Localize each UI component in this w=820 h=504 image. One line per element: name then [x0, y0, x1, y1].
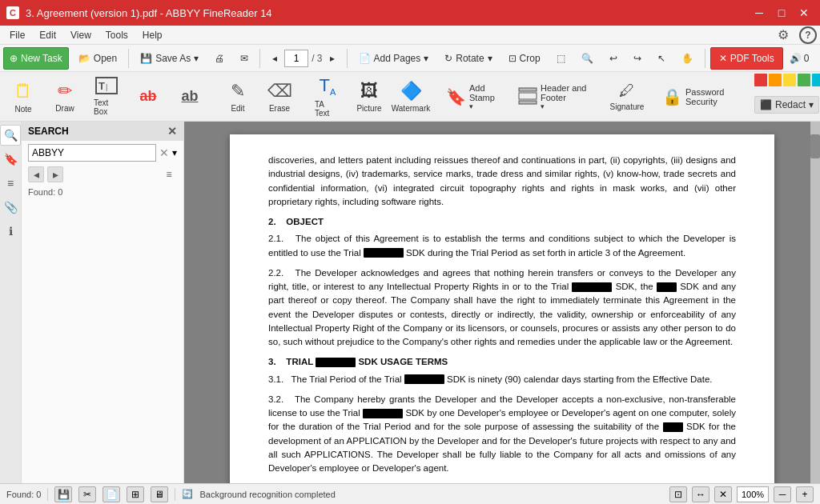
separator — [259, 49, 260, 68]
zoom-in-btn[interactable]: + — [796, 486, 814, 502]
status-page-btn[interactable]: 📄 — [102, 486, 120, 502]
color-red[interactable] — [754, 74, 767, 86]
ta-text-tool-button[interactable]: TA TA Text — [308, 75, 348, 118]
sound-button[interactable]: 🔊 0 — [786, 53, 813, 64]
color-cyan[interactable] — [812, 74, 820, 86]
search-panel: SEARCH ✕ ✕ ▾ ◂ ▸ ≡ Found: 0 — [22, 122, 183, 483]
redacted-text — [663, 422, 683, 432]
zoom-fit-page-btn[interactable]: ⊡ — [669, 486, 687, 502]
hf-dropdown: ▾ — [541, 102, 545, 110]
minimize-button[interactable]: ─ — [750, 5, 769, 21]
strikethrough-tool-button[interactable]: ab — [128, 75, 168, 118]
sidebar-attachment-icon[interactable]: 📎 — [0, 197, 21, 218]
maximize-button[interactable]: □ — [772, 5, 791, 21]
menu-tools[interactable]: Tools — [99, 28, 135, 42]
open-button[interactable]: 📂 Open — [72, 47, 123, 70]
next-page-button[interactable]: ▸ — [326, 47, 339, 70]
page-input[interactable] — [284, 50, 308, 67]
page-total: / 3 — [312, 53, 322, 64]
watermark-tool-button[interactable]: 🔷 Watermark — [391, 75, 431, 118]
scroll-thumb[interactable] — [810, 134, 820, 158]
erase-tool-button[interactable]: ⌫ Erase — [259, 75, 299, 118]
status-save-btn[interactable]: 💾 — [54, 486, 72, 502]
search-clear-button[interactable]: ✕ — [159, 146, 169, 159]
status-table-btn[interactable]: ⊞ — [127, 486, 144, 502]
print-button[interactable]: 🖨 — [208, 47, 231, 70]
zoom-controls: ⊡ ↔ ✕ ─ + — [669, 486, 814, 502]
help-icon[interactable]: ? — [799, 26, 817, 44]
color-green[interactable] — [798, 74, 810, 86]
undo-icon: ↩ — [609, 53, 617, 64]
color-yellow[interactable] — [783, 74, 796, 86]
zoom-actual-btn[interactable]: ✕ — [714, 486, 732, 502]
menu-help[interactable]: Help — [136, 28, 169, 42]
signature-button[interactable]: 🖊 Signature — [607, 75, 647, 118]
doc-paragraph-2-1: 2.1. The object of this Agreement is to … — [268, 232, 736, 260]
search-options-button[interactable]: ≡ — [161, 166, 177, 182]
add-pages-button[interactable]: 📄 Add Pages ▾ — [352, 47, 436, 70]
title-bar: C 3. Agreement (version 1).pdf - ABBYY F… — [0, 0, 820, 26]
search-title: SEARCH — [28, 126, 69, 137]
separator — [128, 49, 129, 68]
settings-icon[interactable]: ⚙ — [774, 26, 793, 44]
undo-button[interactable]: ↩ — [603, 47, 624, 70]
toolbar-main: ⊕ New Task 📂 Open 💾 Save As ▾ 🖨 ✉ ◂ / 3 … — [0, 45, 820, 72]
doc-paragraph-3-1: 3.1. The Trial Period of the Trial SDK i… — [268, 373, 736, 386]
sidebar-info-icon[interactable]: ℹ — [0, 221, 21, 242]
crop-button[interactable]: ⊡ Crop — [502, 47, 547, 70]
picture-tool-button[interactable]: 🖼 Picture — [349, 75, 389, 118]
edit-icon: ✎ — [231, 81, 245, 102]
save-button[interactable]: 💾 Save As ▾ — [134, 47, 205, 70]
search-next-button[interactable]: ▸ — [47, 166, 63, 182]
search-close-button[interactable]: ✕ — [167, 125, 177, 138]
draw-tool-button[interactable]: ✏ Draw — [45, 75, 85, 118]
redo-button[interactable]: ↪ — [627, 47, 648, 70]
pdf-tools-button[interactable]: ✕ PDF Tools — [710, 47, 783, 70]
status-crop-btn[interactable]: ✂ — [78, 486, 96, 502]
picture-icon: 🖼 — [360, 81, 378, 102]
document-scrollbar[interactable] — [810, 122, 820, 483]
zoom-input[interactable] — [737, 486, 769, 502]
text-box-tool-button[interactable]: T | Text Box — [86, 75, 127, 118]
header-footer-button[interactable]: Header and Footer ▾ — [511, 75, 599, 118]
status-monitor-btn[interactable]: 🖥 — [151, 486, 168, 502]
sidebar-search-icon[interactable]: 🔍 — [0, 125, 21, 146]
status-bar: Found: 0 💾 ✂ 📄 ⊞ 🖥 🔄 Background recognit… — [0, 483, 820, 504]
sidebar-layers-icon[interactable]: ≡ — [0, 173, 21, 194]
zoom-fit-width-btn[interactable]: ↔ — [692, 486, 709, 502]
new-task-button[interactable]: ⊕ New Task — [3, 47, 69, 70]
select-button[interactable]: ⬚ — [550, 47, 572, 70]
text-box-icon: T | — [95, 77, 118, 96]
add-stamp-button[interactable]: 🔖 Add Stamp ▾ — [439, 75, 503, 118]
note-tool-button[interactable]: 🗒 Note — [3, 75, 43, 118]
menu-edit[interactable]: Edit — [33, 28, 62, 42]
close-button[interactable]: ✕ — [794, 5, 814, 21]
password-security-button[interactable]: 🔒 Password Security — [655, 75, 743, 118]
search-prev-button[interactable]: ◂ — [28, 166, 44, 182]
redacted-text — [364, 248, 404, 258]
underline-tool-button[interactable]: ab — [170, 75, 210, 118]
redact-button[interactable]: ⬛ Redact ▾ — [754, 96, 819, 114]
email-icon: ✉ — [240, 53, 248, 64]
menu-view[interactable]: View — [64, 28, 98, 42]
zoom-select-button[interactable]: 🔍 — [575, 47, 600, 70]
status-recognition: 🔄 — [182, 489, 193, 499]
search-input[interactable] — [28, 144, 156, 162]
search-dropdown-btn[interactable]: ▾ — [172, 147, 177, 158]
separator — [705, 49, 705, 68]
prev-page-button[interactable]: ◂ — [268, 47, 281, 70]
color-orange[interactable] — [769, 74, 782, 86]
edit-tool-button[interactable]: ✎ Edit — [218, 75, 258, 118]
hand-tool-button[interactable]: ✋ — [675, 47, 700, 70]
document-area[interactable]: discoveries, and letters patent includin… — [184, 122, 820, 483]
menu-file[interactable]: File — [3, 28, 31, 42]
zoom-out-btn[interactable]: ─ — [774, 486, 791, 502]
email-button[interactable]: ✉ — [234, 47, 255, 70]
sound-icon: 🔊 — [790, 53, 802, 64]
select-tool-button[interactable]: ↖ — [651, 47, 672, 70]
search-results: Found: 0 — [22, 184, 183, 200]
sidebar-bookmark-icon[interactable]: 🔖 — [0, 149, 21, 170]
doc-paragraph-3-3: 3.3. The license authorizes the Develope… — [268, 482, 736, 483]
doc-paragraph-3-2: 3.2. The Company hereby grants the Devel… — [268, 393, 736, 476]
rotate-button[interactable]: ↻ Rotate ▾ — [438, 47, 498, 70]
